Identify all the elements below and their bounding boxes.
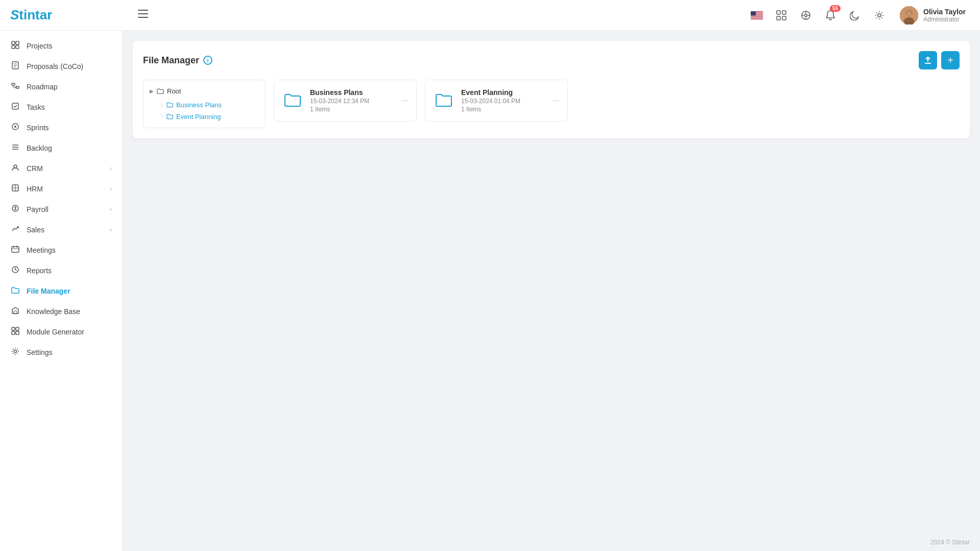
svg-rect-29 <box>12 45 15 49</box>
sidebar-label-crm: CRM <box>27 164 43 173</box>
tree-child-label-business-plans: Business Plans <box>176 101 222 109</box>
sidebar: Projects Proposals (CoCo) Roadmap Tasks <box>0 31 123 551</box>
tree-root-item[interactable]: ▶ Root <box>150 86 259 96</box>
fm-content: ▶ Root ├ Busi <box>143 80 960 128</box>
user-profile[interactable]: Olivia Taylor Administrator <box>896 4 970 27</box>
sidebar-item-tasks[interactable]: Tasks <box>0 97 122 117</box>
svg-rect-35 <box>12 83 15 85</box>
folder-card-business-plans[interactable]: Business Plans 15-03-2024 12:34 PM 1 Ite… <box>274 80 417 122</box>
hrm-icon <box>10 184 20 194</box>
svg-rect-60 <box>16 327 19 330</box>
modulegenerator-icon <box>10 327 20 337</box>
add-button[interactable]: + <box>941 51 960 69</box>
backlog-icon <box>10 143 20 153</box>
main-content: File Manager i + <box>123 31 980 551</box>
crm-chevron: › <box>110 165 112 172</box>
svg-rect-59 <box>12 327 15 330</box>
event-planning-menu[interactable]: ··· <box>551 94 561 107</box>
svg-rect-11 <box>777 11 780 14</box>
tree-panel: ▶ Root ├ Busi <box>143 80 266 128</box>
footer: 2024 © Stintar <box>930 539 970 546</box>
business-plans-name: Business Plans <box>310 88 408 97</box>
sidebar-item-meetings[interactable]: Meetings <box>0 240 122 260</box>
svg-rect-30 <box>16 45 19 49</box>
menu-toggle[interactable] <box>138 10 148 20</box>
meetings-icon <box>10 245 20 255</box>
header: Stintar <box>0 0 980 31</box>
event-planning-name: Event Planning <box>461 88 559 97</box>
proposals-icon <box>10 61 20 71</box>
avatar <box>900 6 918 25</box>
header-right: 55 <box>749 4 970 27</box>
sprints-icon <box>10 123 20 133</box>
logo: Stintar <box>10 7 133 23</box>
sidebar-item-sprints[interactable]: Sprints <box>0 117 122 138</box>
sidebar-label-proposals: Proposals (CoCo) <box>27 62 83 70</box>
sidebar-item-proposals[interactable]: Proposals (CoCo) <box>0 56 122 77</box>
tasks-icon <box>10 102 20 112</box>
sidebar-label-settings: Settings <box>27 348 53 356</box>
sidebar-label-backlog: Backlog <box>27 144 52 152</box>
sidebar-label-tasks: Tasks <box>27 103 45 111</box>
svg-point-20 <box>805 14 807 16</box>
sidebar-label-sprints: Sprints <box>27 124 49 132</box>
svg-point-21 <box>878 14 881 17</box>
layout: Projects Proposals (CoCo) Roadmap Tasks <box>0 31 980 551</box>
sidebar-item-payroll[interactable]: Payroll › <box>0 199 122 220</box>
sidebar-item-reports[interactable]: Reports <box>0 260 122 281</box>
crm-icon <box>10 163 20 174</box>
info-icon[interactable]: i <box>203 56 212 65</box>
business-plans-date: 15-03-2024 12:34 PM <box>310 98 408 105</box>
sidebar-item-settings[interactable]: Settings <box>0 342 122 363</box>
sidebar-item-modulegenerator[interactable]: Module Generator <box>0 322 122 342</box>
hrm-chevron: › <box>110 185 112 193</box>
sidebar-label-sales: Sales <box>27 226 44 234</box>
tree-child-label-event-planning: Event Planning <box>176 113 221 121</box>
tree-root-label: Root <box>167 87 181 95</box>
svg-rect-62 <box>16 331 19 334</box>
event-planning-info: Event Planning 15-03-2024 01:04 PM 1 Ite… <box>461 88 559 113</box>
sidebar-item-sales[interactable]: Sales › <box>0 220 122 240</box>
file-manager-title: File Manager <box>143 55 199 66</box>
payroll-icon <box>10 204 20 214</box>
sidebar-label-hrm: HRM <box>27 185 43 193</box>
knowledgebase-icon <box>10 306 20 317</box>
dark-mode-icon[interactable] <box>847 7 863 23</box>
sidebar-item-backlog[interactable]: Backlog <box>0 138 122 158</box>
logo-text: Stintar <box>10 7 52 23</box>
file-manager-card: File Manager i + <box>133 41 970 138</box>
sidebar-item-filemanager[interactable]: File Manager <box>0 281 122 301</box>
svg-rect-2 <box>138 17 148 18</box>
notification-bell-icon[interactable]: 55 <box>822 7 839 23</box>
event-planning-items: 1 Items <box>461 106 559 113</box>
sidebar-label-filemanager: File Manager <box>27 287 70 295</box>
sidebar-label-knowledgebase: Knowledge Base <box>27 307 80 316</box>
tree-arrow[interactable]: ▶ <box>150 88 154 94</box>
sales-icon <box>10 225 20 235</box>
sidebar-label-meetings: Meetings <box>27 246 56 254</box>
sidebar-item-crm[interactable]: CRM › <box>0 158 122 179</box>
sidebar-item-hrm[interactable]: HRM › <box>0 179 122 199</box>
tree-child-event-planning[interactable]: └ Event Planning <box>160 112 259 122</box>
folder-cards: Business Plans 15-03-2024 12:34 PM 1 Ite… <box>274 80 960 128</box>
settings-icon <box>10 347 20 357</box>
apps-icon[interactable] <box>773 7 790 23</box>
svg-rect-10 <box>751 11 756 16</box>
crosshair-icon[interactable] <box>798 7 814 23</box>
business-plans-menu[interactable]: ··· <box>399 94 410 107</box>
sidebar-label-projects: Projects <box>27 42 53 50</box>
footer-text: 2024 © Stintar <box>930 539 970 546</box>
svg-rect-9 <box>751 18 763 18</box>
sidebar-item-projects[interactable]: Projects <box>0 36 122 56</box>
sidebar-item-knowledgebase[interactable]: Knowledge Base <box>0 301 122 322</box>
folder-card-event-planning[interactable]: Event Planning 15-03-2024 01:04 PM 1 Ite… <box>425 80 568 122</box>
settings-gear-icon[interactable] <box>871 7 888 23</box>
card-title-row: File Manager i <box>143 55 212 66</box>
svg-rect-7 <box>751 15 763 16</box>
tree-child-business-plans[interactable]: ├ Business Plans <box>160 100 259 110</box>
language-selector[interactable] <box>749 7 765 23</box>
svg-rect-14 <box>782 16 786 20</box>
sidebar-item-roadmap[interactable]: Roadmap <box>0 77 122 97</box>
roadmap-icon <box>10 82 20 92</box>
upload-button[interactable] <box>919 51 937 69</box>
